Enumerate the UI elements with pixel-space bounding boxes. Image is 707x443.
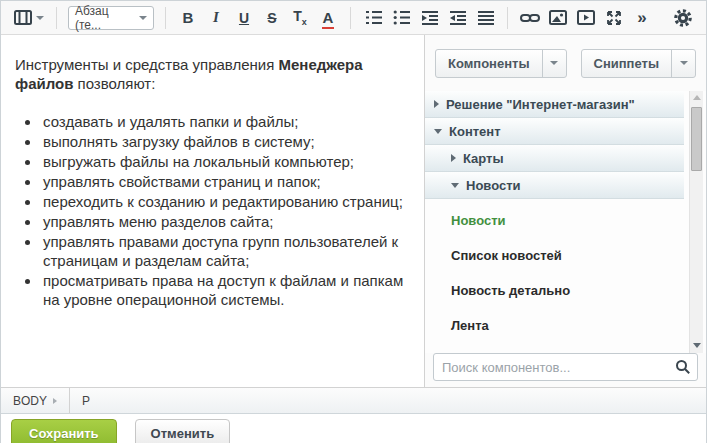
list-item: управлять правами доступа групп пользова… [41, 232, 410, 270]
list-item: просматривать права на доступ к файлам и… [41, 271, 410, 309]
italic-icon: I [213, 9, 219, 26]
strikethrough-icon: S [267, 10, 276, 26]
list-item: управлять меню разделов сайта; [41, 212, 410, 231]
component-search-input[interactable] [433, 353, 698, 381]
link-button[interactable] [517, 5, 543, 31]
tree-section-label: Контент [449, 124, 501, 139]
bold-button[interactable]: B [175, 5, 201, 31]
snippets-dropdown-arrow[interactable] [671, 50, 695, 77]
element-path-bar: BODY P [1, 387, 706, 414]
italic-button[interactable]: I [203, 5, 229, 31]
editor-paragraph: Инструменты и средства управления Менедж… [15, 55, 410, 93]
justify-button[interactable] [472, 5, 498, 31]
panel-buttons-row: Компоненты Сниппеты [425, 35, 706, 91]
text-color-button[interactable]: A [315, 5, 341, 31]
chevron-down-icon [36, 16, 44, 20]
panel-scrollbar[interactable] [689, 91, 703, 353]
snippets-button-label[interactable]: Сниппеты [582, 50, 671, 77]
indent-button[interactable] [416, 5, 442, 31]
list-item: управлять свойствами страниц и папок; [41, 172, 410, 191]
fullscreen-button[interactable] [601, 5, 627, 31]
scroll-down-icon[interactable] [693, 343, 701, 348]
toolbar-separator [350, 7, 351, 29]
snippets-split-button[interactable]: Сниппеты [581, 49, 696, 78]
cancel-button[interactable]: Отменить [135, 419, 231, 443]
toolbar-separator [507, 7, 508, 29]
path-p-label: P [82, 394, 90, 408]
toolbar-separator [56, 7, 57, 29]
editor-bullet-list: создавать и удалять папки и файлы; выпол… [15, 112, 410, 309]
remove-format-button[interactable]: Tx [287, 5, 313, 31]
underline-icon: U [239, 10, 249, 26]
outdent-button[interactable] [444, 5, 470, 31]
path-segment-body[interactable]: BODY [1, 388, 70, 413]
tree-section-label: Новости [466, 178, 521, 193]
bulleted-list-icon [393, 10, 410, 25]
action-buttons-row: Сохранить Отменить [1, 414, 706, 443]
indent-icon [421, 10, 438, 25]
tree-section-maps[interactable]: Карты [425, 145, 684, 172]
chevron-right-icon [451, 154, 456, 162]
video-button[interactable] [573, 5, 599, 31]
settings-button[interactable] [670, 5, 696, 31]
tree-rows: Решение "Интернет-магазин" Контент Карты… [425, 91, 684, 338]
tree-item-list: Новости Список новостей Новость детально… [425, 199, 684, 338]
html-editor-window: Абзац (те... B I U S Tx A [0, 0, 707, 443]
path-body-label: BODY [13, 394, 47, 408]
scroll-up-icon[interactable] [693, 95, 701, 100]
components-split-button[interactable]: Компоненты [435, 49, 567, 78]
list-item: выгружать файлы на локальный компьютер; [41, 152, 410, 171]
editor-toolbar: Абзац (те... B I U S Tx A [1, 1, 706, 35]
chevron-down-icon [451, 183, 459, 188]
link-icon [520, 11, 540, 25]
tree-section-label: Решение "Интернет-магазин" [446, 97, 635, 112]
tree-section-news[interactable]: Новости [425, 172, 684, 199]
align-justify-icon [477, 10, 494, 25]
text-color-icon: A [323, 10, 334, 25]
list-item: переходить к созданию и редактированию с… [41, 192, 410, 211]
chevron-right-icon [434, 100, 439, 108]
outdent-icon [449, 10, 466, 25]
component-item-news-list[interactable]: Список новостей [451, 248, 684, 268]
tree-section-solution[interactable]: Решение "Интернет-магазин" [425, 91, 684, 118]
editor-content-area[interactable]: Инструменты и средства управления Менедж… [1, 35, 425, 387]
component-item-news[interactable]: Новости [451, 213, 684, 233]
numbered-list-button[interactable] [360, 5, 386, 31]
editor-main: Инструменты и средства управления Менедж… [1, 35, 706, 387]
components-dropdown-arrow[interactable] [542, 50, 566, 77]
image-icon [549, 10, 567, 25]
save-button[interactable]: Сохранить [11, 419, 117, 443]
tree-section-label: Карты [463, 151, 504, 166]
components-panel: Компоненты Сниппеты Решение "Интернет-ма… [425, 35, 706, 387]
strikethrough-button[interactable]: S [259, 5, 285, 31]
chevron-down-icon [550, 61, 558, 65]
chevron-down-icon [139, 16, 147, 20]
gear-icon [673, 8, 693, 28]
component-search-row [425, 353, 706, 387]
chevron-right-icon [53, 398, 57, 404]
components-button-label[interactable]: Компоненты [436, 50, 542, 77]
list-item: создавать и удалять папки и файлы; [41, 112, 410, 131]
fullscreen-icon [606, 10, 622, 26]
bold-icon: B [183, 9, 194, 26]
paragraph-format-dropdown[interactable]: Абзац (те... [68, 6, 154, 30]
bulleted-list-button[interactable] [388, 5, 414, 31]
search-icon [675, 359, 691, 375]
components-tree: Решение "Интернет-магазин" Контент Карты… [425, 91, 706, 353]
filmstrip-panel-icon [14, 10, 32, 25]
path-segment-p[interactable]: P [70, 388, 102, 413]
component-item-feed[interactable]: Лента [451, 318, 684, 338]
image-button[interactable] [545, 5, 571, 31]
chevron-down-icon [434, 129, 442, 134]
format-dropdown-value: Абзац (те... [75, 4, 135, 32]
layout-panel-button[interactable] [11, 5, 47, 31]
component-item-news-detail[interactable]: Новость детально [451, 283, 684, 303]
list-item: выполнять загрузку файлов в систему; [41, 132, 410, 151]
chevron-down-icon [680, 61, 688, 65]
remove-format-icon: Tx [293, 8, 307, 27]
numbered-list-icon [365, 10, 382, 25]
tree-section-content[interactable]: Контент [425, 118, 684, 145]
underline-button[interactable]: U [231, 5, 257, 31]
more-tools-button[interactable]: » [629, 5, 655, 31]
scrollbar-thumb[interactable] [691, 107, 702, 171]
